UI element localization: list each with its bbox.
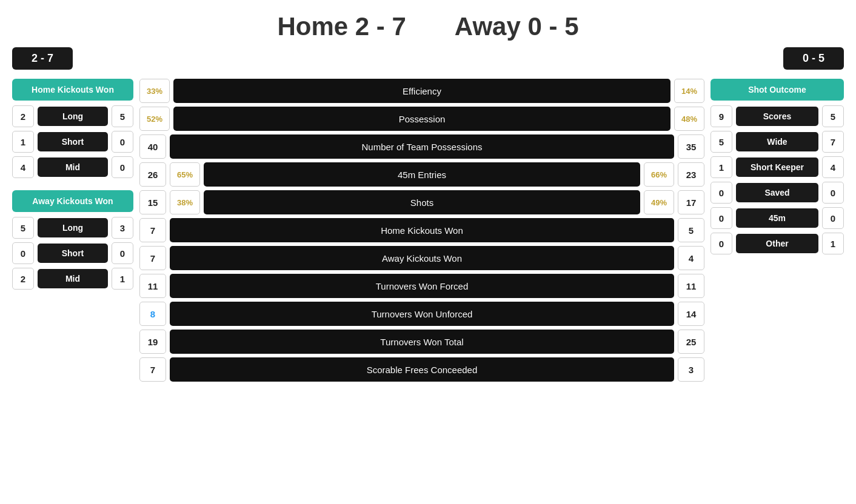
- stat-label-1: Possession: [173, 107, 670, 131]
- shot-right-0: 5: [822, 105, 844, 127]
- home-short-label: Short: [38, 132, 108, 151]
- away-kickout-short: 0 Short 0: [12, 242, 133, 264]
- stat-row-8: 8Turnovers Won Unforced14: [139, 302, 704, 326]
- shot-left-4: 0: [711, 207, 732, 229]
- stat-right-val-5: 5: [678, 218, 704, 242]
- shot-right-5: 1: [822, 233, 844, 254]
- away-kickout-long: 5 Long 3: [12, 217, 133, 239]
- stat-left-val-2: 40: [139, 134, 166, 159]
- shot-right-2: 4: [822, 156, 844, 178]
- home-short-right: 0: [112, 131, 133, 153]
- shot-label-3: Saved: [736, 183, 818, 202]
- home-kickouts-header: Home Kickouts Won: [12, 79, 133, 101]
- home-kickout-short: 1 Short 0: [12, 131, 133, 153]
- stat-label-4: Shots: [204, 190, 640, 214]
- home-long-left: 2: [12, 105, 34, 127]
- stat-right-val-4: 17: [678, 190, 704, 214]
- shot-left-1: 5: [711, 131, 732, 153]
- stat-right-pct-0: 14%: [674, 79, 704, 103]
- stat-row-3: 2665%45m Entries66%23: [139, 162, 704, 187]
- stat-label-9: Turnovers Won Total: [170, 330, 674, 354]
- shot-left-3: 0: [711, 182, 732, 204]
- stat-row-10: 7Scorable Frees Conceeded3: [139, 357, 704, 382]
- stat-right-val-9: 25: [678, 330, 704, 354]
- away-short-right: 0: [112, 242, 133, 264]
- away-mid-right: 1: [112, 268, 133, 290]
- stat-row-0: 33%Efficiency14%: [139, 79, 704, 103]
- home-mid-right: 0: [112, 156, 133, 178]
- shot-label-5: Other: [736, 234, 818, 253]
- away-long-right: 3: [112, 217, 133, 239]
- home-long-label: Long: [38, 107, 108, 126]
- shot-outcome-header: Shot Outcome: [711, 79, 844, 101]
- stat-label-3: 45m Entries: [204, 162, 640, 187]
- shot-right-1: 7: [822, 131, 844, 153]
- away-kickouts-section: Away Kickouts Won 5 Long 3 0 Short 0 2 M…: [12, 190, 133, 290]
- away-long-label: Long: [38, 218, 108, 237]
- shot-right-4: 0: [822, 207, 844, 229]
- stat-label-7: Turnovers Won Forced: [170, 274, 674, 298]
- home-kickouts-section: Home Kickouts Won 2 Long 5 1 Short 0 4 M…: [12, 79, 133, 178]
- stat-left-val-4: 15: [139, 190, 166, 214]
- shot-left-5: 0: [711, 233, 732, 254]
- stat-row-5: 7Home Kickouts Won5: [139, 218, 704, 242]
- left-panel: Home Kickouts Won 2 Long 5 1 Short 0 4 M…: [12, 79, 133, 302]
- stat-label-2: Number of Team Possessions: [170, 134, 674, 159]
- away-score-badge: 0 - 5: [783, 47, 844, 70]
- stat-row-7: 11Turnovers Won Forced11: [139, 274, 704, 298]
- stat-left-pct-0: 33%: [139, 79, 170, 103]
- away-mid-left: 2: [12, 268, 34, 290]
- away-short-label: Short: [38, 244, 108, 263]
- stat-right-pct-4: 49%: [644, 190, 674, 214]
- stat-left-val-8: 8: [139, 302, 166, 326]
- stat-row-6: 7Away Kickouts Won4: [139, 246, 704, 270]
- stat-row-2: 40Number of Team Possessions35: [139, 134, 704, 159]
- stat-row-4: 1538%Shots49%17: [139, 190, 704, 214]
- stat-right-val-10: 3: [678, 357, 704, 382]
- stat-left-pct-3: 65%: [170, 162, 200, 187]
- home-long-right: 5: [112, 105, 133, 127]
- stat-right-val-8: 14: [678, 302, 704, 326]
- stat-left-val-5: 7: [139, 218, 166, 242]
- stat-right-pct-3: 66%: [644, 162, 674, 187]
- stat-left-pct-1: 52%: [139, 107, 170, 131]
- shot-right-3: 0: [822, 182, 844, 204]
- shot-row-0: 9Scores5: [711, 105, 844, 127]
- stat-left-pct-4: 38%: [170, 190, 200, 214]
- shot-label-2: Short Keeper: [736, 158, 818, 177]
- shot-row-2: 1Short Keeper4: [711, 156, 844, 178]
- shot-row-3: 0Saved0: [711, 182, 844, 204]
- stat-label-8: Turnovers Won Unforced: [170, 302, 674, 326]
- away-title: Away 0 - 5: [455, 12, 579, 41]
- stat-right-val-3: 23: [678, 162, 704, 187]
- away-long-left: 5: [12, 217, 34, 239]
- home-kickout-mid: 4 Mid 0: [12, 156, 133, 178]
- home-short-left: 1: [12, 131, 34, 153]
- home-mid-label: Mid: [38, 158, 108, 177]
- stat-left-val-6: 7: [139, 246, 166, 270]
- home-mid-left: 4: [12, 156, 34, 178]
- right-panel: Shot Outcome 9Scores55Wide71Short Keeper…: [711, 79, 844, 258]
- shot-row-1: 5Wide7: [711, 131, 844, 153]
- stat-right-pct-1: 48%: [674, 107, 704, 131]
- score-badges: 2 - 7 0 - 5: [12, 44, 844, 79]
- stat-label-5: Home Kickouts Won: [170, 218, 674, 242]
- away-kickout-mid: 2 Mid 1: [12, 268, 133, 290]
- stat-label-6: Away Kickouts Won: [170, 246, 674, 270]
- home-score-badge: 2 - 7: [12, 47, 73, 70]
- shot-left-2: 1: [711, 156, 732, 178]
- stat-label-0: Efficiency: [173, 79, 670, 103]
- stat-right-val-6: 4: [678, 246, 704, 270]
- stat-row-1: 52%Possession48%: [139, 107, 704, 131]
- shot-left-0: 9: [711, 105, 732, 127]
- main-layout: Home Kickouts Won 2 Long 5 1 Short 0 4 M…: [12, 79, 844, 385]
- stat-right-val-2: 35: [678, 134, 704, 159]
- stat-left-val-7: 11: [139, 274, 166, 298]
- stat-label-10: Scorable Frees Conceeded: [170, 357, 674, 382]
- away-mid-label: Mid: [38, 269, 108, 288]
- stat-left-val-9: 19: [139, 330, 166, 354]
- stat-left-val-3: 26: [139, 162, 166, 187]
- home-kickout-long: 2 Long 5: [12, 105, 133, 127]
- center-stats-panel: 33%Efficiency14%52%Possession48%40Number…: [139, 79, 704, 385]
- home-title: Home 2 - 7: [277, 12, 406, 41]
